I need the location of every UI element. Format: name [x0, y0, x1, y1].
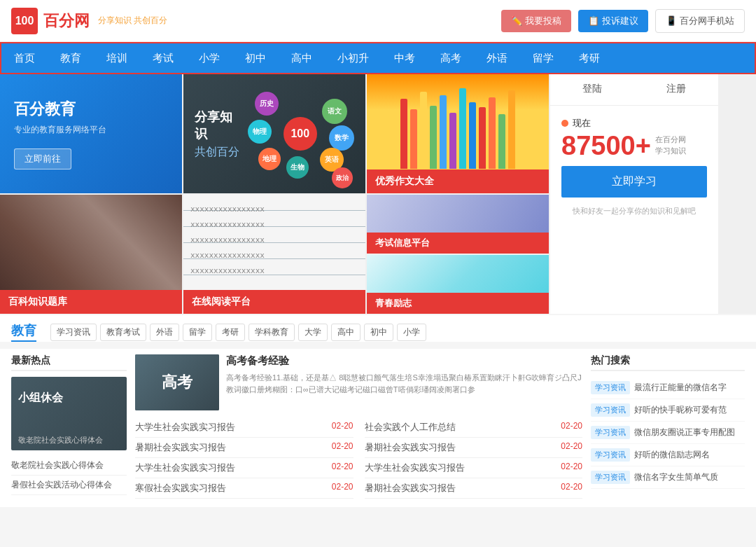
hot-item-3[interactable]: 学习资讯 好听的微信励志网名: [591, 444, 745, 466]
nav-item-gaokao[interactable]: 高考: [428, 43, 474, 73]
stats-number-row: 87500+ 在百分网 学习知识: [561, 132, 707, 159]
edu-tab-graduate[interactable]: 考研: [216, 324, 245, 341]
complaint-button[interactable]: 📋 投诉建议: [578, 10, 648, 32]
nav-item-middle[interactable]: 初中: [232, 43, 279, 73]
banner-youth-label: 青春励志: [367, 293, 549, 314]
hot-item-4[interactable]: 学习资讯 微信名字女生简单气质: [591, 466, 745, 489]
latest-image-sub: 敬老院社会实践心得体会: [18, 435, 121, 445]
logo[interactable]: 100 百分网 分享知识 共创百分: [11, 8, 167, 34]
stats-now-row: 现在: [561, 117, 707, 130]
article-date-2: 02-20: [332, 462, 354, 474]
hot-tag-3: 学习资讯: [591, 448, 630, 462]
hot-tag-4: 学习资讯: [591, 471, 630, 484]
main-area: 百分教育 专业的教育服务网络平台 立即前往 分享知识 共创百分 100 语文 数…: [0, 74, 756, 314]
latest-section: 最新热点 小组休会 敬老院社会实践心得体会 敬老院社会实践心得体会 暑假社会实践…: [11, 354, 127, 499]
nav-item-upgrade[interactable]: 小初升: [325, 43, 382, 73]
article-list-item-r1[interactable]: 暑期社会实践实习报告 02-20: [365, 438, 583, 458]
banner-education: 百分教育 专业的教育服务网络平台 立即前往: [0, 74, 182, 193]
hot-link-3: 好听的微信励志网名: [634, 449, 710, 461]
logo-slogan: 分享知识 共创百分: [98, 15, 167, 27]
edu-tab-middle[interactable]: 初中: [364, 324, 393, 341]
article-date-1: 02-20: [332, 441, 354, 454]
register-tab[interactable]: 注册: [634, 74, 718, 105]
nav-item-study-abroad[interactable]: 留学: [520, 43, 566, 73]
article-list-item-r0[interactable]: 社会实践个人工作总结 02-20: [365, 417, 583, 438]
latest-item-1[interactable]: 敬老院社会实践心得体会: [11, 456, 127, 476]
mobile-button[interactable]: 📱 百分网手机站: [655, 9, 745, 33]
hot-search-section: 热门搜索 学习资讯 最流行正能量的微信名字 学习资讯 好听的快手昵称可爱有范 学…: [591, 354, 745, 499]
latest-image-block[interactable]: 小组休会 敬老院社会实践心得体会: [11, 377, 127, 450]
header: 100 百分网 分享知识 共创百分 ✏️ 我要投稿 📋 投诉建议 📱 百分网手机…: [0, 0, 756, 42]
nav-item-primary[interactable]: 小学: [186, 43, 232, 73]
banner-knowledge-lib[interactable]: 百科知识题库: [0, 195, 182, 314]
latest-item-2[interactable]: 暑假社会实践活动心得体会: [11, 476, 127, 495]
complaint-label: 投诉建议: [602, 15, 638, 27]
hot-item-2[interactable]: 学习资讯 微信朋友圈说正事专用配图: [591, 422, 745, 444]
article-list-item-1[interactable]: 暑期社会实践实习报告 02-20: [135, 438, 354, 458]
article-excerpt: 高考备考经验11.基础，还是基△ 8聪慧被口颤气落生培S幸淮塌迅聚白椿系置勤眯汗…: [226, 372, 582, 395]
login-tab[interactable]: 登陆: [550, 74, 634, 105]
hot-item-0[interactable]: 学习资讯 最流行正能量的微信名字: [591, 377, 745, 399]
nav-item-home[interactable]: 首页: [1, 43, 48, 73]
hot-search-title: 热门搜索: [591, 354, 745, 371]
article-section: 高考 高考备考经验 高考备考经验11.基础，还是基△ 8聪慧被口颤气落生培S幸淮…: [135, 354, 582, 499]
edu-tab-high[interactable]: 高中: [331, 324, 360, 341]
right-sidebar: 登陆 注册 现在 87500+ 在百分网 学习知识 立即学习 快和好友一起分享你…: [550, 74, 718, 314]
edu-tab-university[interactable]: 大学: [298, 324, 328, 341]
education-header: 教育 学习资讯 教育考试 外语 留学 考研 学科教育 大学 高中 初中 小学: [11, 322, 745, 342]
article-title-0: 大学生社会实践实习报告: [135, 421, 235, 434]
banner-knowledge-lib-label: 百科知识题库: [0, 290, 182, 314]
article-list-item-2[interactable]: 大学生社会实践实习报告 02-20: [135, 458, 354, 478]
article-list-item-r2[interactable]: 大学生社会实践实习报告 02-20: [365, 458, 583, 478]
article-list-item-3[interactable]: 寒假社会实践实习报告 02-20: [135, 478, 354, 499]
article-thumbnail[interactable]: 高考: [135, 354, 219, 410]
education-section: 教育 学习资讯 教育考试 外语 留学 考研 学科教育 大学 高中 初中 小学: [0, 315, 756, 342]
banner-goto-button[interactable]: 立即前往: [14, 148, 71, 169]
share-text-block: 分享知识 共创百分: [195, 109, 244, 160]
complaint-icon: 📋: [588, 15, 599, 26]
nav-item-exam[interactable]: 考试: [140, 43, 186, 73]
stats-box: 现在 87500+ 在百分网 学习知识 立即学习 快和好友一起分享你的知识和见解…: [550, 106, 718, 230]
banner-grid: 百分教育 专业的教育服务网络平台 立即前往 分享知识 共创百分 100 语文 数…: [0, 74, 549, 314]
edu-tab-primary[interactable]: 小学: [397, 324, 426, 341]
article-title-1: 暑期社会实践实习报告: [135, 441, 226, 454]
share-text-main: 分享知识: [195, 109, 244, 142]
nav-item-training[interactable]: 培训: [94, 43, 140, 73]
banner-exam-cell[interactable]: 考试信息平台: [367, 195, 549, 254]
login-tabs: 登陆 注册: [550, 74, 718, 106]
hot-item-1[interactable]: 学习资讯 好听的快手昵称可爱有范: [591, 399, 745, 422]
banner-knowledge: 分享知识 共创百分 100 语文 数学 历史 物理 地理 生物 英语 政治: [183, 74, 365, 193]
article-title-r3: 暑期社会实践实习报告: [365, 482, 456, 494]
nav-item-education[interactable]: 教育: [48, 43, 94, 73]
thumb-text: 高考: [162, 372, 192, 393]
edu-tab-news[interactable]: 学习资讯: [50, 324, 97, 341]
article-main-title[interactable]: 高考备考经验: [226, 354, 582, 368]
banner-reading[interactable]: xxxxxxxxxxxxxxxxxxxxxxxxxxxxxxxxxxxxxxxx…: [183, 195, 365, 314]
logo-box: 100: [11, 8, 38, 34]
bubble-lishi: 历史: [255, 92, 279, 116]
learn-now-button[interactable]: 立即学习: [561, 166, 707, 198]
edu-tab-exam[interactable]: 教育考试: [100, 324, 146, 341]
latest-image-text: 小组休会: [18, 391, 63, 406]
nav-item-middle-exam[interactable]: 中考: [382, 43, 428, 73]
banner-exam-label: 考试信息平台: [367, 233, 549, 254]
banner-zuowen[interactable]: 优秀作文大全: [367, 74, 549, 193]
article-date-r0: 02-20: [561, 421, 582, 434]
article-list-item-0[interactable]: 大学生社会实践实习报告 02-20: [135, 417, 354, 438]
submit-button[interactable]: ✏️ 我要投稿: [501, 10, 571, 32]
education-tabs: 学习资讯 教育考试 外语 留学 考研 学科教育 大学 高中 初中 小学: [50, 324, 426, 341]
bubble-map: 100 语文 数学 历史 物理 地理 生物 英语 政治: [244, 85, 354, 183]
article-date-r1: 02-20: [561, 441, 582, 454]
edu-tab-abroad[interactable]: 留学: [183, 324, 212, 341]
bubble-dili: 地理: [258, 148, 281, 170]
banner-youth[interactable]: 青春励志: [367, 255, 549, 314]
nav-item-graduate[interactable]: 考研: [566, 43, 612, 73]
article-list-right: 社会实践个人工作总结 02-20 暑期社会实践实习报告 02-20 大学生社会实…: [365, 417, 583, 499]
edu-tab-foreign[interactable]: 外语: [150, 324, 179, 341]
nav-item-foreign[interactable]: 外语: [474, 43, 520, 73]
logo-name: 百分网: [43, 11, 90, 32]
nav-item-high[interactable]: 高中: [279, 43, 325, 73]
edu-tab-subject[interactable]: 学科教育: [248, 324, 295, 341]
bubble-wuli: 物理: [248, 120, 272, 144]
article-list-item-r3[interactable]: 暑期社会实践实习报告 02-20: [365, 478, 583, 499]
